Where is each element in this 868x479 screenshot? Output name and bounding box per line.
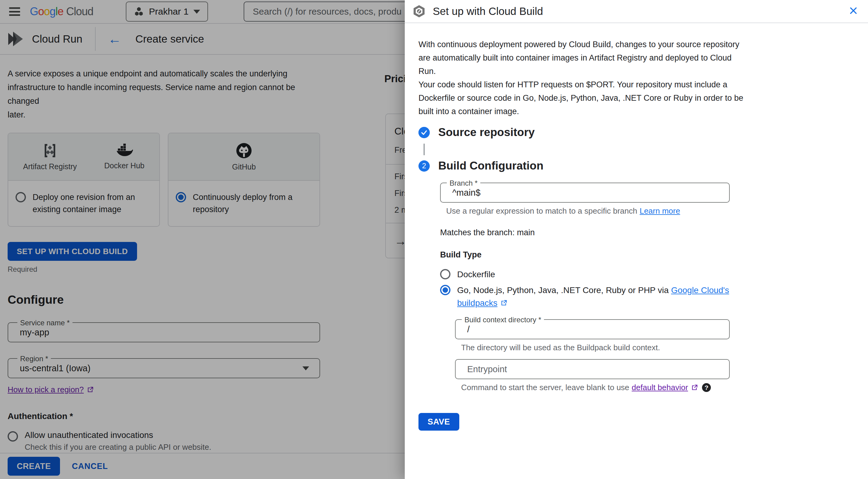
check-icon xyxy=(418,127,430,138)
intro-line: built into a container image. xyxy=(418,105,753,118)
radio-dockerfile[interactable]: Dockerfile xyxy=(440,268,730,281)
screen: Google Cloud Prakhar 1 xyxy=(0,0,868,479)
default-behavior-link[interactable]: default behavior xyxy=(632,383,688,392)
open-in-new-icon xyxy=(500,299,508,307)
google-clouds-buildpacks-link[interactable]: buildpacks xyxy=(457,297,497,309)
open-in-new-icon xyxy=(690,384,699,392)
step-source-repository[interactable]: Source repository xyxy=(418,126,868,139)
panel-header: Set up with Cloud Build xyxy=(405,0,868,23)
radio-icon-selected[interactable] xyxy=(440,285,451,295)
stepper-connector xyxy=(424,144,425,155)
intro-line: Run. xyxy=(418,65,753,78)
radio-icon[interactable] xyxy=(440,269,451,279)
step-title: Build Configuration xyxy=(438,160,543,172)
radio-buildpacks[interactable]: Go, Node.js, Python, Java, .NET Core, Ru… xyxy=(440,284,730,309)
build-config-form: Branch * Use a regular expression to mat… xyxy=(440,182,730,392)
step-build-configuration[interactable]: 2 Build Configuration xyxy=(418,160,868,172)
intro-line: With continuous deployment powered by Cl… xyxy=(418,38,753,51)
google-clouds-buildpacks-link[interactable]: Google Cloud's xyxy=(671,285,729,295)
branch-field[interactable]: Branch * xyxy=(440,182,730,203)
branch-input[interactable] xyxy=(441,183,712,202)
radio-label: Dockerfile xyxy=(457,268,495,281)
build-type-heading: Build Type xyxy=(440,250,730,260)
buildpacks-option-prefix: Go, Node.js, Python, Java, .NET Core, Ru… xyxy=(457,285,671,295)
question-circle-icon[interactable]: ? xyxy=(702,383,711,392)
branch-helper-text: Use a regular expression to match to a s… xyxy=(446,206,637,216)
entrypoint-input[interactable] xyxy=(456,360,713,379)
panel-intro-text: With continuous deployment powered by Cl… xyxy=(418,38,753,118)
build-context-field[interactable]: Build context directory * xyxy=(455,319,730,339)
build-context-helper-text: The directory will be used as the Buildp… xyxy=(461,343,660,352)
intro-line: Dockerfile or source code in Go, Node.js… xyxy=(418,91,753,105)
step-title: Source repository xyxy=(438,126,535,139)
x-icon xyxy=(848,6,858,15)
cloud-build-panel: Set up with Cloud Build With continuous … xyxy=(405,0,868,479)
build-context-helper: The directory will be used as the Buildp… xyxy=(461,343,730,352)
step-number-badge: 2 xyxy=(418,160,430,172)
check-circle-icon xyxy=(418,127,430,138)
close-panel-button[interactable] xyxy=(847,5,860,18)
entrypoint-field[interactable] xyxy=(455,359,730,379)
radio-label: Go, Node.js, Python, Java, .NET Core, Ru… xyxy=(457,284,729,309)
entrypoint-helper: Command to start the server, leave blank… xyxy=(461,383,730,392)
buildpacks-link-line2: buildpacks xyxy=(457,297,729,309)
save-button[interactable]: SAVE xyxy=(418,413,459,431)
entrypoint-helper-text: Command to start the server, leave blank… xyxy=(461,383,629,392)
learn-more-link[interactable]: Learn more xyxy=(640,206,680,216)
branch-match-text: Matches the branch: main xyxy=(440,228,730,237)
branch-helper: Use a regular expression to match to a s… xyxy=(446,206,730,216)
panel-title: Set up with Cloud Build xyxy=(433,5,847,18)
intro-line: Your code should listen for HTTP request… xyxy=(418,78,753,91)
buildpack-options: Build context directory * The directory … xyxy=(455,319,730,392)
cloud-build-icon xyxy=(413,5,425,18)
intro-line: are automatically built into container i… xyxy=(418,51,753,65)
build-context-input[interactable] xyxy=(456,320,713,339)
panel-body: With continuous deployment powered by Cl… xyxy=(405,38,868,431)
